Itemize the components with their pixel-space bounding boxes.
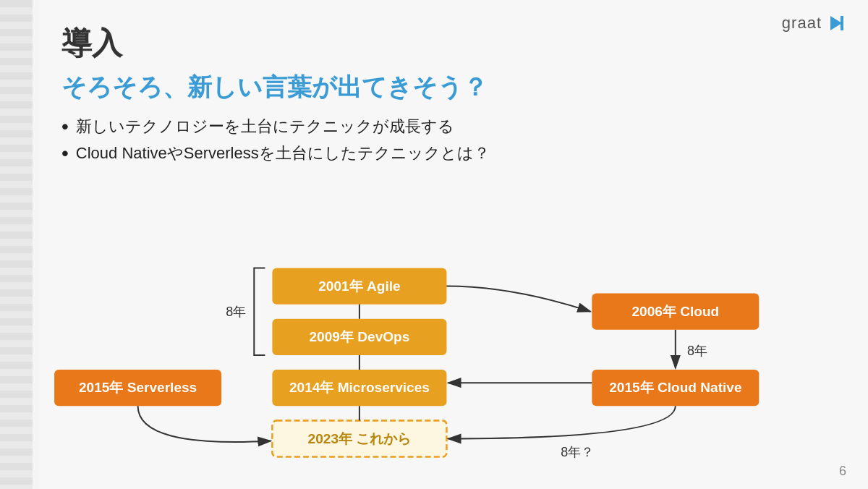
decorative-pattern xyxy=(0,0,33,489)
arrow-cloudnative-to-future xyxy=(448,406,675,438)
diagram-area: 2001年 Agile 2009年 DevOps 2014年 Microserv… xyxy=(40,250,868,467)
label-8yr-middle: 8年 xyxy=(687,344,707,358)
logo-area: graat xyxy=(782,13,846,33)
microservices-label: 2014年 Microservices xyxy=(289,380,430,395)
future-label: 2023年 これから xyxy=(308,431,412,446)
diagram-svg: 2001年 Agile 2009年 DevOps 2014年 Microserv… xyxy=(40,250,868,467)
bracket-left xyxy=(254,268,265,355)
label-8yr-left: 8年 xyxy=(226,305,246,319)
label-8yr-right: 8年？ xyxy=(561,445,594,459)
slide-subtitle: そろそろ、新しい言葉が出てきそう？ xyxy=(61,71,839,104)
slide-title: 導入 xyxy=(61,23,839,64)
cloudnative-label: 2015年 Cloud Native xyxy=(609,380,741,395)
bullet-list: 新しいテクノロジーを土台にテクニックが成長する Cloud NativeやSer… xyxy=(61,116,839,165)
serverless-label: 2015年 Serverless xyxy=(79,380,197,395)
cloud-label: 2006年 Cloud xyxy=(631,304,719,319)
logo-text: graat xyxy=(782,14,822,33)
arrow-to-cloud xyxy=(446,286,590,312)
devops-label: 2009年 DevOps xyxy=(310,329,410,344)
agile-label: 2001年 Agile xyxy=(318,278,400,294)
svg-marker-0 xyxy=(830,16,842,30)
bullet-item-2: Cloud NativeやServerlessを土台にしたテクニックとは？ xyxy=(61,143,839,165)
arrow-serverless-to-future xyxy=(138,406,271,442)
bullet-item-1: 新しいテクノロジーを土台にテクニックが成長する xyxy=(61,116,839,138)
logo-icon xyxy=(826,13,846,33)
svg-rect-1 xyxy=(841,16,843,30)
